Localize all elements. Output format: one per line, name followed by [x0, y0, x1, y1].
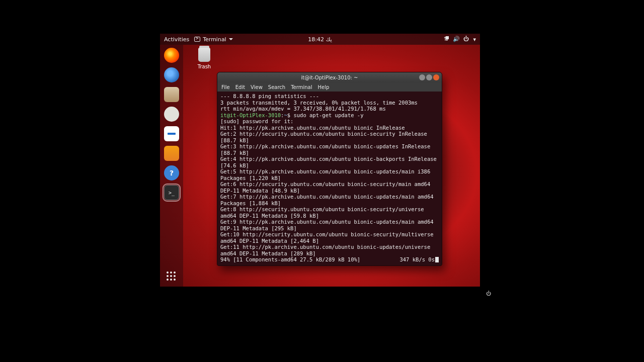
command: sudo apt-get update -y [293, 112, 363, 118]
terminal-icon [194, 37, 200, 42]
terminal-line: Get:11 http://pk.archive.ubuntu.com/ubun… [220, 244, 439, 256]
clock[interactable]: 18:42 يك [308, 36, 332, 43]
chevron-down-icon [229, 38, 233, 40]
gnome-topbar: Activities Terminal 18:42 يك ⇅ 🔊 ⏻ ▾ [160, 34, 480, 45]
cursor [435, 257, 439, 262]
terminal-line: Get:7 http://pk.archive.ubuntu.com/ubunt… [220, 194, 439, 206]
power-icon: ⏻ [463, 36, 469, 42]
launcher-firefox[interactable] [164, 48, 179, 63]
window-title: it@it-OptiPlex-3010: ~ [301, 75, 358, 80]
app-menu[interactable]: Terminal [194, 36, 233, 43]
trash-icon [198, 48, 210, 62]
window-close-button[interactable] [433, 74, 439, 80]
volume-icon: 🔊 [453, 36, 459, 42]
terminal-line: Get:8 http://security.ubuntu.com/ubuntu … [220, 206, 439, 219]
terminal-body[interactable]: --- 8.8.8.8 ping statistics ---3 packets… [217, 92, 442, 265]
launcher-thunderbird[interactable] [164, 67, 179, 82]
trash-label: Trash [189, 64, 219, 69]
window-maximize-button[interactable] [426, 74, 432, 80]
terminal-line: Get:6 http://security.ubuntu.com/ubuntu … [220, 181, 439, 194]
terminal-line: --- 8.8.8.8 ping statistics --- [220, 93, 439, 100]
terminal-line: Get:5 http://pk.archive.ubuntu.com/ubunt… [220, 168, 439, 181]
network-icon: ⇅ [443, 36, 449, 42]
show-applications-button[interactable] [167, 272, 177, 282]
terminal-progress-line: 94% [11 Components-amd64 27.5 kB/289 kB … [220, 256, 439, 263]
menu-terminal[interactable]: Terminal [291, 84, 312, 90]
launcher-software[interactable] [164, 146, 179, 161]
terminal-line: Get:2 http://security.ubuntu.com/ubuntu … [220, 131, 439, 143]
launcher-help[interactable]: ? [164, 165, 179, 180]
menu-file[interactable]: File [221, 84, 230, 90]
dock: ? [160, 45, 183, 287]
terminal-line: Get:10 http://security.ubuntu.com/ubuntu… [220, 231, 439, 244]
menu-search[interactable]: Search [268, 84, 285, 90]
terminal-line: Get:3 http://pk.archive.ubuntu.com/ubunt… [220, 143, 439, 156]
launcher-writer[interactable] [164, 126, 179, 141]
window-titlebar[interactable]: it@it-OptiPlex-3010: ~ [217, 72, 442, 82]
app-menu-label: Terminal [203, 36, 226, 43]
window-minimize-button[interactable] [419, 74, 425, 80]
launcher-terminal[interactable] [164, 185, 179, 200]
menu-help[interactable]: Help [317, 84, 329, 90]
terminal-line: Get:4 http://pk.archive.ubuntu.com/ubunt… [220, 156, 439, 168]
terminal-line: [sudo] password for it: [220, 118, 439, 125]
terminal-window[interactable]: it@it-OptiPlex-3010: ~ File Edit View Se… [217, 72, 442, 266]
launcher-files[interactable] [164, 87, 179, 102]
menu-view[interactable]: View [251, 84, 263, 90]
system-status-area[interactable]: ⇅ 🔊 ⏻ ▾ [443, 36, 476, 43]
monitor-power-led: ⏻ [486, 291, 491, 296]
progress-left: 94% [11 Components-amd64 27.5 kB/289 kB … [220, 256, 360, 263]
chevron-down-icon: ▾ [473, 36, 476, 43]
launcher-rhythmbox[interactable] [164, 107, 179, 122]
terminal-menubar: File Edit View Search Terminal Help [217, 82, 442, 92]
terminal-line: Get:9 http://pk.archive.ubuntu.com/ubunt… [220, 219, 439, 231]
prompt-userhost: it@it-OptiPlex-3010 [220, 112, 281, 118]
terminal-prompt-line: it@it-OptiPlex-3010:~$ sudo apt-get upda… [220, 112, 439, 119]
terminal-line: Hit:1 http://pk.archive.ubuntu.com/ubunt… [220, 125, 439, 131]
activities-button[interactable]: Activities [164, 36, 189, 43]
terminal-line: 3 packets transmitted, 3 received, 0% pa… [220, 100, 439, 106]
terminal-line: rtt min/avg/max/mdev = 37.347/38.801/41.… [220, 106, 439, 112]
progress-right: 347 kB/s 0s [399, 256, 435, 262]
desktop: Activities Terminal 18:42 يك ⇅ 🔊 ⏻ ▾ ? [160, 34, 480, 287]
menu-edit[interactable]: Edit [235, 84, 245, 90]
desktop-icon-trash[interactable]: Trash [189, 48, 219, 69]
